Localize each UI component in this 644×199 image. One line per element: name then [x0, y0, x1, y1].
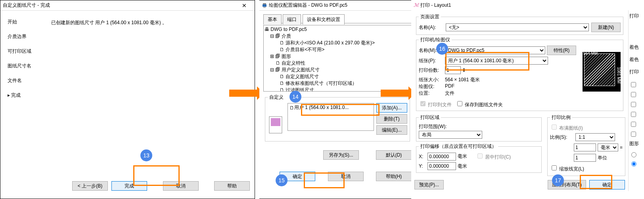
save-as-button[interactable]: 另存为(S)... — [323, 150, 359, 160]
tab-device-doc[interactable]: 设备和文档设置 — [303, 14, 345, 25]
wizard-buttons: < 上一步(B) 完成 取消 帮助 — [0, 181, 255, 191]
scale-select[interactable]: 1:1 — [575, 133, 615, 141]
back-button[interactable]: < 上一步(B) — [72, 181, 108, 191]
center-check[interactable]: 居中打印(C) — [476, 152, 511, 161]
titlebar: ℳ 打印 - Layout1 — [411, 0, 644, 10]
page-icon: 🗋 — [289, 105, 294, 111]
y-unit: 毫米 — [458, 163, 467, 170]
preview-button[interactable]: 预览(P)... — [414, 180, 444, 189]
help-button[interactable]: 帮助 — [214, 181, 250, 191]
printer-legend: 打印机/绘图仪 — [419, 36, 452, 43]
pagesetup-select[interactable]: <无> — [446, 23, 589, 31]
app-icon: ℳ — [414, 2, 419, 8]
printer-name-label: 名称(M): — [419, 47, 443, 54]
props-button[interactable]: 特性(R) — [547, 46, 576, 55]
scale-unit-select[interactable]: 毫米 — [598, 144, 618, 151]
save-to-folder-check[interactable]: 保存到图纸文件夹 — [456, 100, 503, 108]
rail-radio[interactable] — [631, 152, 636, 157]
tab-basic[interactable]: 基本 — [263, 14, 282, 25]
apply-layout-button[interactable]: 应用到布局(T) — [548, 180, 586, 189]
rail-check[interactable] — [631, 92, 636, 97]
custom-size-legend: 自定义 尺寸 — [268, 94, 301, 101]
tree-node[interactable]: 介质目标<不可用> — [286, 47, 324, 52]
print-dialog: ℳ 打印 - Layout1 页面设置 名称(A): <无> 新建(N) 打印机… — [411, 0, 644, 199]
cancel-button[interactable]: 取消 — [328, 172, 364, 181]
y-label: Y: — [419, 163, 426, 169]
new-button[interactable]: 新建(N) — [591, 23, 621, 32]
scale-den-input[interactable] — [574, 154, 596, 162]
delete-button[interactable]: 删除(T) — [376, 114, 407, 124]
sidebar-item[interactable]: 介质边界 — [8, 33, 42, 40]
sidebar-item[interactable]: 文件名 — [8, 77, 42, 84]
spinner-icon[interactable]: ▲▼ — [462, 68, 466, 73]
page-icon: 🗋 — [280, 74, 286, 79]
tree-node[interactable]: 过滤图纸尺寸 — [286, 87, 314, 92]
wizard-content: 已创建新的图纸尺寸 用户 1 (564.00 x 1081.00 毫米) 。 — [45, 11, 255, 181]
printer-select[interactable]: DWG to PDF.pc5 — [445, 46, 545, 54]
page-setup-legend: 页面设置 — [419, 13, 441, 20]
custom-size-list[interactable]: 🗋 用户 1 (564.00 x 1081.0... — [288, 103, 374, 131]
tree-node[interactable]: 介质 — [282, 33, 291, 39]
copies-label: 打印份数: — [419, 67, 443, 74]
dim-width: 564 MM — [583, 51, 598, 55]
x-input[interactable] — [427, 153, 456, 161]
print-to-file-check[interactable]: 打印到文件 — [419, 100, 452, 108]
help-button[interactable]: 帮助(H) — [376, 172, 412, 181]
rail-check[interactable] — [631, 102, 636, 107]
media-icon: 🗐 — [275, 33, 281, 39]
tree-node[interactable]: 修改标准图纸尺寸（可打印区域） — [286, 80, 357, 86]
tree-root[interactable]: DWG to PDF.pc5 — [270, 27, 307, 32]
ok-button[interactable]: 确定 — [589, 180, 625, 189]
tree-node[interactable]: 自定义特性 — [282, 60, 305, 66]
sidebar-item[interactable]: 可打印区域 — [8, 48, 42, 55]
y-input[interactable] — [427, 162, 456, 170]
tree-node[interactable]: 源和大小<ISO A4 (210.00 x 297.00 毫米)> — [286, 40, 375, 46]
scale-num-input[interactable] — [574, 144, 596, 151]
finish-button[interactable]: 完成 — [111, 181, 147, 191]
sidebar-item-active[interactable]: ▸ 完成 — [8, 92, 42, 99]
print-area-group: 打印区域 打印范围(W): 布局 — [416, 114, 542, 142]
sidebar-item[interactable]: 图纸尺寸名 — [8, 63, 42, 69]
config-tree[interactable]: 🖶 DWG to PDF.pc5 ⊟ 🗐 介质 🗋 源和大小<ISO A4 (2… — [263, 25, 412, 92]
tab-port[interactable]: 端口 — [283, 14, 301, 25]
page-icon: 🗋 — [280, 40, 286, 46]
scale-legend: 打印比例 — [550, 114, 572, 121]
list-item-label: 用户 1 (564.00 x 1081.0... — [294, 104, 349, 111]
fit-paper-check[interactable]: 布满图纸(I) — [550, 123, 583, 132]
plotter-label: 绘图仪: — [419, 83, 443, 90]
range-label: 打印范围(W): — [419, 123, 539, 130]
name-label: 名称(A): — [419, 24, 443, 31]
rail-check[interactable] — [631, 112, 636, 117]
close-icon[interactable]: ✕ — [236, 2, 252, 9]
tree-node[interactable]: 用户定义图纸尺寸 — [282, 67, 320, 73]
rail-check[interactable] — [631, 132, 636, 137]
papersize-label: 纸张大小: — [419, 77, 443, 83]
title: 自定义图纸尺寸 - 完成 — [3, 2, 50, 9]
x-label: X: — [419, 154, 426, 159]
tree-node[interactable]: 图形 — [282, 54, 291, 59]
options-rail: 打印 着色 着色 打印 图形 — [628, 10, 644, 191]
svg-rect-4 — [271, 118, 280, 126]
range-select[interactable]: 布局 — [419, 131, 482, 139]
copies-input[interactable] — [445, 66, 461, 74]
scale-lw-check[interactable]: 缩放线宽(L) — [550, 164, 623, 172]
rail-radio[interactable] — [631, 161, 636, 166]
title: 绘图仪配置编辑器 - DWG to PDF.pc5 — [269, 2, 347, 9]
edit-button[interactable]: 编辑(E)... — [376, 125, 407, 135]
page-icon: 🗋 — [280, 80, 286, 86]
tree-node[interactable]: 自定义图纸尺寸 — [286, 74, 319, 79]
paper-select[interactable]: 用户 1 (564.00 x 1081.00 毫米) — [445, 57, 548, 65]
paper-icon — [268, 115, 284, 135]
sidebar-item-label: 完成 — [11, 92, 21, 98]
sidebar-item[interactable]: 开始 — [8, 19, 42, 25]
page-icon: 🗋 — [276, 60, 282, 66]
default-button[interactable]: 默认(D) — [376, 150, 412, 160]
cancel-button[interactable]: 取消 — [163, 181, 199, 191]
list-item[interactable]: 🗋 用户 1 (564.00 x 1081.0... — [288, 103, 374, 112]
rail-check[interactable] — [631, 82, 636, 87]
printer-icon — [262, 3, 267, 8]
paper-preview: 564 MM 1081 MM — [579, 46, 621, 108]
rail-check[interactable] — [631, 122, 636, 127]
ok-button[interactable]: 确定 — [280, 172, 315, 181]
add-button[interactable]: 添加(A)... — [376, 103, 407, 113]
